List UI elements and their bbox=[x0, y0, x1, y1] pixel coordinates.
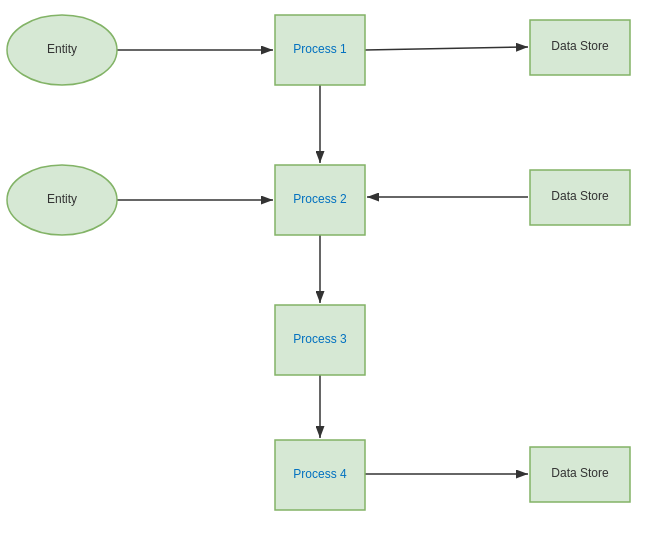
process2-label: Process 2 bbox=[293, 192, 347, 206]
datastore3-label: Data Store bbox=[551, 466, 609, 480]
process1-label: Process 1 bbox=[293, 42, 347, 56]
datastore2-label: Data Store bbox=[551, 189, 609, 203]
process4-label: Process 4 bbox=[293, 467, 347, 481]
process3-label: Process 3 bbox=[293, 332, 347, 346]
entity2-label: Entity bbox=[47, 192, 77, 206]
arrow-process1-ds1 bbox=[365, 47, 528, 50]
datastore1-label: Data Store bbox=[551, 39, 609, 53]
entity1-label: Entity bbox=[47, 42, 77, 56]
